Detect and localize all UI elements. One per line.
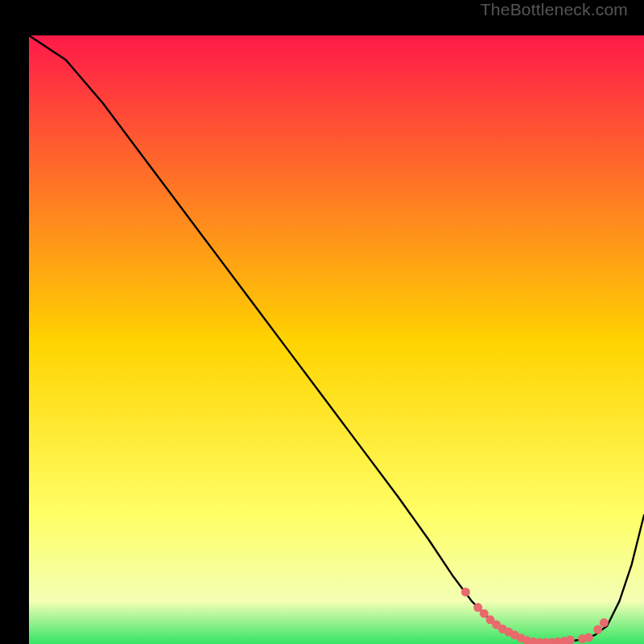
- data-marker: [584, 633, 593, 642]
- watermark-text: TheBottleneck.com: [481, 0, 628, 19]
- data-marker: [566, 636, 575, 644]
- chart-frame: [14, 18, 630, 633]
- data-marker: [461, 588, 470, 597]
- data-marker: [593, 625, 602, 634]
- bottleneck-chart: [29, 35, 644, 644]
- data-marker: [600, 618, 609, 627]
